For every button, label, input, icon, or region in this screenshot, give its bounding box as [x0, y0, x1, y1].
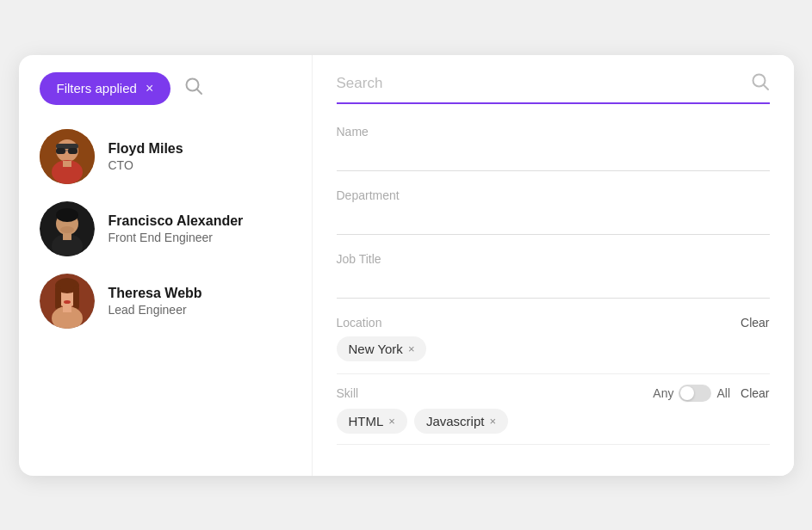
remove-skill-tag-javascript-icon[interactable]: × — [489, 415, 496, 428]
section-divider-bottom — [337, 444, 770, 445]
remove-skill-tag-html-icon[interactable]: × — [388, 415, 395, 428]
person-name: Theresa Webb — [108, 286, 202, 301]
svg-rect-23 — [63, 306, 71, 312]
department-filter-label: Department — [337, 188, 770, 202]
department-filter-input[interactable] — [337, 209, 770, 235]
skill-clear-button[interactable]: Clear — [741, 386, 769, 400]
job-title-filter-field: Job Title — [337, 252, 770, 299]
skill-tag-html: HTML × — [337, 409, 407, 434]
right-panel: Name Department Job Title Location Clear… — [312, 55, 794, 476]
skill-any-all-toggle[interactable] — [679, 385, 711, 402]
name-filter-label: Name — [337, 125, 770, 139]
person-info: Theresa Webb Lead Engineer — [108, 286, 202, 317]
svg-point-12 — [56, 208, 78, 222]
skill-filter-label: Skill — [337, 386, 359, 400]
job-title-filter-input[interactable] — [337, 273, 770, 299]
person-info: Floyd Miles CTO — [108, 141, 183, 172]
list-item: Theresa Webb Lead Engineer — [40, 274, 291, 329]
person-role: CTO — [108, 158, 183, 172]
job-title-filter-label: Job Title — [337, 252, 770, 266]
location-tags-row: New York × — [337, 336, 770, 361]
location-filter-section: Location Clear New York × — [337, 316, 770, 361]
search-row — [337, 72, 770, 104]
skill-tag-javascript-label: Javascript — [426, 414, 485, 428]
close-filters-icon[interactable]: × — [146, 81, 153, 96]
filter-header: Filters applied × — [40, 72, 291, 105]
svg-point-15 — [60, 226, 74, 233]
location-tag-label: New York — [349, 342, 403, 356]
search-icon — [751, 72, 770, 96]
avatar-theresa-img — [40, 274, 95, 329]
skill-filter-section: Skill Any All Clear HTML × — [337, 385, 770, 434]
person-list: Floyd Miles CTO — [40, 129, 291, 329]
location-filter-label: Location — [337, 316, 382, 330]
svg-rect-14 — [63, 234, 71, 240]
location-header: Location Clear — [337, 316, 770, 330]
department-filter-field: Department — [337, 188, 770, 235]
person-name: Floyd Miles — [108, 141, 183, 157]
skill-all-label: All — [716, 386, 730, 400]
person-role: Front End Engineer — [108, 231, 244, 244]
search-input[interactable] — [337, 75, 751, 92]
person-name: Francisco Alexander — [108, 213, 244, 229]
avatar — [40, 129, 95, 184]
left-panel: Filters applied × — [19, 55, 312, 476]
remove-location-tag-icon[interactable]: × — [408, 342, 415, 355]
svg-line-1 — [197, 89, 202, 95]
filters-applied-badge[interactable]: Filters applied × — [40, 72, 171, 105]
list-item: Floyd Miles CTO — [40, 129, 291, 184]
person-role: Lead Engineer — [108, 303, 202, 317]
avatar-francisco-img — [40, 201, 95, 256]
skill-tag-javascript: Javascript × — [414, 409, 508, 434]
list-item: Francisco Alexander Front End Engineer — [40, 201, 291, 256]
name-filter-field: Name — [337, 125, 770, 171]
avatar — [40, 274, 95, 329]
name-filter-input[interactable] — [337, 145, 770, 171]
svg-line-25 — [763, 84, 768, 89]
svg-rect-9 — [63, 161, 71, 167]
section-divider — [337, 373, 770, 374]
skill-toggle-group: Any All — [653, 385, 730, 402]
avatar-floyd-img — [40, 129, 95, 184]
svg-rect-6 — [68, 148, 77, 154]
avatar — [40, 201, 95, 256]
skill-header: Skill Any All Clear — [337, 385, 770, 402]
svg-rect-19 — [55, 286, 61, 310]
location-tag-new-york: New York × — [337, 336, 427, 361]
location-clear-button[interactable]: Clear — [741, 316, 769, 330]
skill-tag-html-label: HTML — [349, 414, 384, 428]
filters-applied-label: Filters applied — [57, 81, 137, 96]
svg-rect-20 — [73, 286, 79, 310]
svg-rect-5 — [56, 148, 65, 154]
skill-any-label: Any — [653, 386, 673, 400]
svg-point-21 — [64, 300, 71, 304]
skill-tags-row: HTML × Javascript × — [337, 409, 770, 434]
person-info: Francisco Alexander Front End Engineer — [108, 213, 244, 244]
search-icon-left[interactable] — [184, 77, 203, 100]
